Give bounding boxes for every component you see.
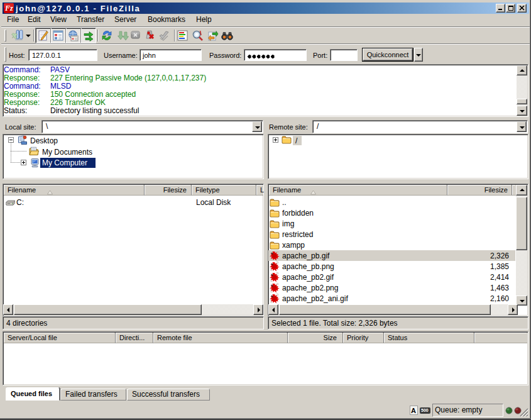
svg-text:Fz: Fz	[4, 4, 13, 13]
